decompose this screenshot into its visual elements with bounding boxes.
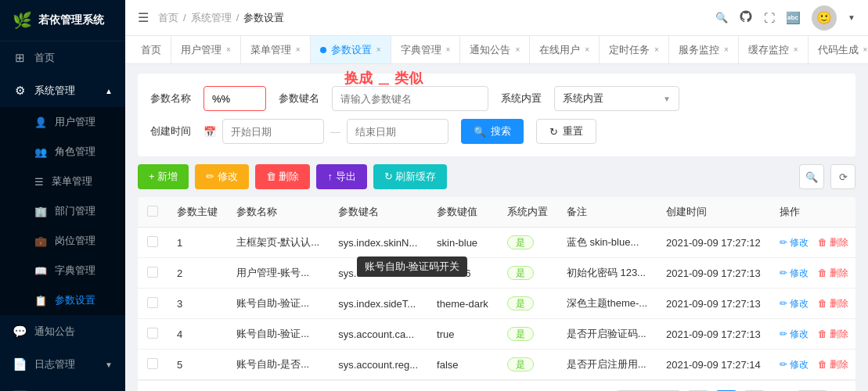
cell-key-id: 1 bbox=[167, 228, 227, 258]
sidebar-item-notice[interactable]: 💬 通知公告 bbox=[0, 315, 125, 348]
sidebar-item-sys-monitor[interactable]: 📊 系统监控 ▼ bbox=[0, 381, 125, 391]
row-checkbox[interactable] bbox=[147, 236, 158, 247]
row-checkbox[interactable] bbox=[147, 297, 158, 308]
tab-dict-label: 字典管理 bbox=[401, 43, 441, 57]
pagination: 共 5 条 10条/页 20条/页 50条/页 ‹ 1 › 前往 页 bbox=[138, 380, 855, 391]
delete-btn-label: 🗑 删除 bbox=[266, 170, 300, 184]
breadcrumb-sep2: / bbox=[236, 12, 240, 23]
sidebar-item-menu-mgmt[interactable]: ☰ 菜单管理 bbox=[0, 167, 125, 196]
edit-button[interactable]: ✏ 修改 bbox=[195, 164, 249, 189]
tab-menu-mgmt[interactable]: 菜单管理 × bbox=[241, 36, 311, 64]
row-checkbox[interactable] bbox=[147, 328, 158, 339]
delete-action[interactable]: 🗑 删除 bbox=[818, 267, 848, 278]
export-button[interactable]: ↑ 导出 bbox=[316, 164, 366, 189]
tab-param-close[interactable]: × bbox=[376, 45, 381, 54]
delete-action[interactable]: 🗑 删除 bbox=[818, 359, 848, 370]
add-button[interactable]: + 新增 bbox=[138, 164, 189, 189]
tab-home[interactable]: 首页 bbox=[131, 36, 171, 64]
topbar-right: 🔍 ⛶ 🔤 🙂 ▼ bbox=[715, 5, 855, 30]
sidebar-item-dept-mgmt[interactable]: 🏢 部门管理 bbox=[0, 196, 125, 226]
tab-service-close[interactable]: × bbox=[724, 45, 729, 54]
tab-code-gen[interactable]: 代码生成 × bbox=[809, 36, 868, 64]
hamburger-icon[interactable]: ☰ bbox=[138, 10, 149, 25]
app-title: 若依管理系统 bbox=[38, 13, 104, 27]
tab-cache-close[interactable]: × bbox=[794, 45, 798, 54]
tab-code-close[interactable]: × bbox=[863, 45, 868, 54]
row-checkbox[interactable] bbox=[147, 267, 158, 278]
select-chevron-icon: ▼ bbox=[663, 95, 671, 103]
date-end-input[interactable] bbox=[347, 119, 448, 144]
tab-tasks-label: 定时任务 bbox=[609, 43, 650, 57]
tab-scheduled-tasks[interactable]: 定时任务 × bbox=[600, 36, 669, 64]
breadcrumb-system[interactable]: 系统管理 bbox=[191, 11, 232, 25]
tab-online-close[interactable]: × bbox=[585, 45, 589, 54]
th-checkbox bbox=[138, 197, 167, 228]
edit-action[interactable]: ✏ 修改 bbox=[780, 237, 809, 248]
sidebar-dept-label: 部门管理 bbox=[55, 204, 95, 218]
edit-action[interactable]: ✏ 修改 bbox=[780, 359, 809, 370]
cell-created-time: 2021-09-09 17:27:14 bbox=[657, 350, 770, 380]
system-builtin-tag: 是 bbox=[507, 327, 534, 341]
tab-active-dot bbox=[320, 47, 326, 53]
edit-action[interactable]: ✏ 修改 bbox=[780, 267, 809, 278]
tab-service-monitor[interactable]: 服务监控 × bbox=[669, 36, 739, 64]
tab-user-close[interactable]: × bbox=[226, 45, 231, 54]
search-icon[interactable]: 🔍 bbox=[715, 12, 728, 23]
reset-btn-label: 重置 bbox=[563, 124, 583, 138]
reset-button[interactable]: ↻ 重置 bbox=[536, 119, 596, 144]
avatar[interactable]: 🙂 bbox=[812, 5, 837, 30]
tab-tasks-close[interactable]: × bbox=[654, 45, 659, 54]
tab-dict-close[interactable]: × bbox=[446, 45, 451, 54]
github-icon[interactable] bbox=[739, 9, 753, 26]
tab-online-label: 在线用户 bbox=[539, 43, 580, 57]
column-search-button[interactable]: 🔍 bbox=[799, 164, 824, 189]
param-key-input[interactable] bbox=[332, 86, 488, 111]
header-checkbox[interactable] bbox=[147, 206, 158, 217]
sidebar-item-param-settings[interactable]: 📋 参数设置 bbox=[0, 285, 125, 315]
tab-notice-close[interactable]: × bbox=[515, 45, 520, 54]
table-header-row: 参数主键 参数名称 参数键名 参数键值 系统内置 备注 创建时间 操作 bbox=[138, 197, 855, 228]
tab-cache-monitor[interactable]: 缓存监控 × bbox=[739, 36, 809, 64]
th-created-time: 创建时间 bbox=[657, 197, 770, 228]
cell-param-name: 账号自助-验证... bbox=[227, 289, 329, 319]
sidebar-item-position-mgmt[interactable]: 💼 岗位管理 bbox=[0, 226, 125, 256]
param-name-input[interactable] bbox=[203, 86, 266, 111]
system-content-select[interactable]: 系统内置 ▼ bbox=[554, 86, 679, 111]
sidebar-item-log-mgmt[interactable]: 📄 日志管理 ▼ bbox=[0, 348, 125, 381]
cell-actions: ✏ 修改 🗑 删除 bbox=[770, 228, 855, 258]
breadcrumb-home[interactable]: 首页 bbox=[158, 11, 178, 25]
tab-dict-mgmt[interactable]: 字典管理 × bbox=[391, 36, 461, 64]
system-builtin-tag: 是 bbox=[507, 296, 534, 310]
delete-button[interactable]: 🗑 删除 bbox=[255, 164, 311, 189]
sidebar-item-home[interactable]: ⊞ 首页 bbox=[0, 41, 125, 74]
cell-param-value: theme-dark bbox=[427, 289, 498, 319]
column-settings-button[interactable]: ⟳ bbox=[830, 164, 855, 189]
delete-action[interactable]: 🗑 删除 bbox=[818, 328, 848, 339]
delete-action[interactable]: 🗑 删除 bbox=[818, 237, 848, 248]
delete-action[interactable]: 🗑 删除 bbox=[818, 298, 848, 309]
cell-system-builtin: 是 bbox=[498, 289, 557, 319]
table-row: 5 账号自助-是否... sys.account.reg... false 是 … bbox=[138, 350, 855, 380]
sidebar-item-role-mgmt[interactable]: 👥 角色管理 bbox=[0, 137, 125, 167]
tab-online-users[interactable]: 在线用户 × bbox=[530, 36, 600, 64]
sidebar-system-header[interactable]: ⚙ 系统管理 ▲ bbox=[0, 74, 125, 107]
fullscreen-icon[interactable]: ⛶ bbox=[764, 12, 775, 24]
date-start-input[interactable] bbox=[222, 119, 324, 144]
sidebar-item-dict-mgmt[interactable]: 📖 字典管理 bbox=[0, 256, 125, 285]
edit-action[interactable]: ✏ 修改 bbox=[780, 298, 809, 309]
edit-action[interactable]: ✏ 修改 bbox=[780, 328, 809, 339]
tab-notice[interactable]: 通知公告 × bbox=[460, 36, 530, 64]
table-row: 3 账号自助-验证... sys.index.sideT... theme-da… bbox=[138, 289, 855, 319]
th-actions: 操作 bbox=[770, 197, 855, 228]
tab-param-settings[interactable]: 参数设置 × bbox=[311, 36, 391, 64]
sidebar: 🌿 若依管理系统 ⊞ 首页 ⚙ 系统管理 ▲ 👤 用户管理 👥 角色管理 ☰ 菜… bbox=[0, 0, 125, 391]
table-row: 1 主框架页-默认认... sys.index.skinN... skin-bl… bbox=[138, 228, 855, 258]
search-button[interactable]: 🔍 搜索 bbox=[461, 119, 524, 144]
refresh-cache-button[interactable]: ↻ 刷新缓存 bbox=[373, 164, 448, 189]
tab-user-mgmt[interactable]: 用户管理 × bbox=[171, 36, 241, 64]
user-dropdown-icon[interactable]: ▼ bbox=[848, 13, 855, 22]
row-checkbox[interactable] bbox=[147, 358, 158, 369]
tab-menu-close[interactable]: × bbox=[296, 45, 301, 54]
settings-icon[interactable]: 🔤 bbox=[786, 11, 801, 25]
sidebar-item-user-mgmt[interactable]: 👤 用户管理 bbox=[0, 107, 125, 137]
